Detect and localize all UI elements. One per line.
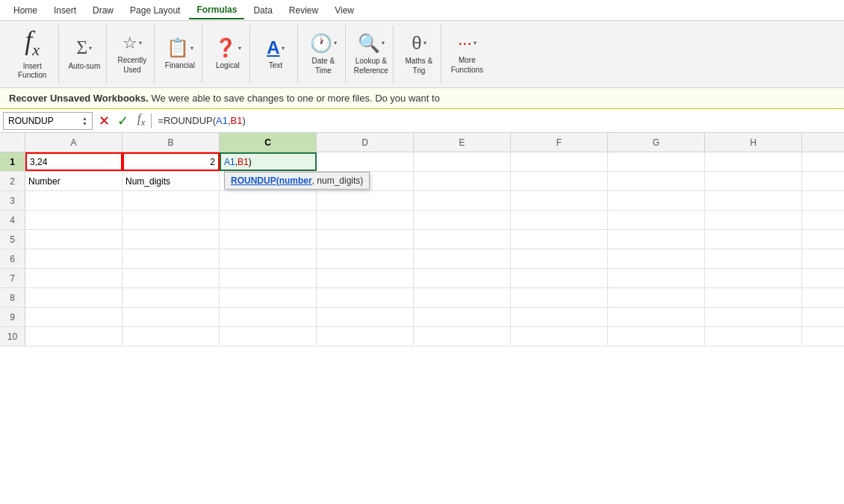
cell-g3[interactable] [608, 191, 705, 210]
cell-d10[interactable] [317, 327, 414, 346]
cell-b9[interactable] [122, 308, 220, 326]
autosum-button[interactable]: Σ ▾ Auto-sum [68, 36, 100, 71]
menu-insert[interactable]: Insert [46, 2, 84, 19]
cell-h9[interactable] [705, 308, 802, 326]
cell-e4[interactable] [414, 211, 511, 229]
cell-b1[interactable]: 2 [122, 152, 220, 171]
cell-b5[interactable] [122, 230, 220, 249]
cell-f3[interactable] [511, 191, 608, 210]
col-header-b[interactable]: B [122, 133, 220, 152]
cell-h10[interactable] [705, 327, 802, 346]
menu-data[interactable]: Data [246, 2, 279, 19]
menu-review[interactable]: Review [282, 2, 326, 19]
cell-a10[interactable] [25, 327, 122, 346]
cell-a6[interactable] [25, 249, 122, 268]
cell-a5[interactable] [25, 230, 122, 249]
cell-f7[interactable] [511, 269, 608, 287]
cell-f1[interactable] [511, 152, 608, 171]
menu-draw[interactable]: Draw [85, 2, 121, 19]
cell-e9[interactable] [414, 308, 511, 326]
cell-f2[interactable] [511, 172, 608, 190]
cell-a3[interactable] [25, 191, 122, 210]
cell-c9[interactable] [220, 308, 317, 326]
recently-used-button[interactable]: ☆ ▾ RecentlyUsed [117, 33, 146, 75]
cell-f5[interactable] [511, 230, 608, 249]
cell-e6[interactable] [414, 249, 511, 268]
cell-d9[interactable] [317, 308, 414, 326]
cell-g8[interactable] [608, 288, 705, 307]
cell-g6[interactable] [608, 249, 705, 268]
col-header-a[interactable]: A [25, 133, 122, 152]
cell-d5[interactable] [317, 230, 414, 249]
cell-h7[interactable] [705, 269, 802, 287]
cell-e8[interactable] [414, 288, 511, 307]
cell-e10[interactable] [414, 327, 511, 346]
menu-formulas[interactable]: Formulas [189, 1, 244, 19]
cell-h6[interactable] [705, 249, 802, 268]
cell-b6[interactable] [122, 249, 220, 268]
col-header-g[interactable]: G [608, 133, 705, 152]
financial-button[interactable]: 📋 ▾ Financial [163, 37, 197, 70]
cell-g2[interactable] [608, 172, 705, 190]
cell-g4[interactable] [608, 211, 705, 229]
col-header-c[interactable]: C [220, 133, 317, 152]
cell-d4[interactable] [317, 211, 414, 229]
cell-h8[interactable] [705, 288, 802, 307]
cell-c7[interactable] [220, 269, 317, 287]
cell-e5[interactable] [414, 230, 511, 249]
cell-g7[interactable] [608, 269, 705, 287]
cell-d7[interactable] [317, 269, 414, 287]
cell-c5[interactable] [220, 230, 317, 249]
maths-button[interactable]: θ ▾ Maths &Trig [406, 32, 433, 75]
text-button[interactable]: A ▾ Text [263, 37, 288, 70]
cell-a1[interactable]: 3,24 [25, 152, 122, 171]
cell-g9[interactable] [608, 308, 705, 326]
cell-f4[interactable] [511, 211, 608, 229]
cell-f8[interactable] [511, 288, 608, 307]
menu-page-layout[interactable]: Page Layout [122, 2, 187, 19]
cell-g5[interactable] [608, 230, 705, 249]
more-functions-button[interactable]: ··· ▾ MoreFunctions [451, 33, 483, 75]
cell-b7[interactable] [122, 269, 220, 287]
cell-f10[interactable] [511, 327, 608, 346]
col-header-f[interactable]: F [511, 133, 608, 152]
cell-d3[interactable] [317, 191, 414, 210]
formula-confirm-button[interactable]: ✓ [114, 113, 131, 129]
menu-home[interactable]: Home [6, 2, 45, 19]
cell-h2[interactable] [705, 172, 802, 190]
cell-h4[interactable] [705, 211, 802, 229]
cell-e7[interactable] [414, 269, 511, 287]
cell-b8[interactable] [122, 288, 220, 307]
cell-f9[interactable] [511, 308, 608, 326]
cell-e3[interactable] [414, 191, 511, 210]
cell-a2[interactable]: Number [25, 172, 122, 190]
cell-g1[interactable] [608, 152, 705, 171]
col-header-h[interactable]: H [705, 133, 802, 152]
cell-b2[interactable]: Num_digits [122, 172, 220, 190]
cell-c6[interactable] [220, 249, 317, 268]
cell-a4[interactable] [25, 211, 122, 229]
cell-e2[interactable] [414, 172, 511, 190]
cell-h5[interactable] [705, 230, 802, 249]
cell-c1[interactable]: A1,B1) ROUNDUP(number, num_digits) [220, 152, 317, 171]
cell-c4[interactable] [220, 211, 317, 229]
cell-e1[interactable] [414, 152, 511, 171]
cell-h1[interactable] [705, 152, 802, 171]
lookup-button[interactable]: 🔍 ▾ Lookup &Reference [354, 32, 388, 75]
cell-c8[interactable] [220, 288, 317, 307]
formula-input[interactable]: =ROUNDUP(A1,B1) [155, 115, 841, 126]
cell-d1[interactable] [317, 152, 414, 171]
cell-b4[interactable] [122, 211, 220, 229]
cell-d8[interactable] [317, 288, 414, 307]
cell-h3[interactable] [705, 191, 802, 210]
cell-a8[interactable] [25, 288, 122, 307]
cell-b10[interactable] [122, 327, 220, 346]
cell-f6[interactable] [511, 249, 608, 268]
cell-g10[interactable] [608, 327, 705, 346]
date-time-button[interactable]: 🕐 ▾ Date &Time [306, 32, 341, 75]
col-header-e[interactable]: E [414, 133, 511, 152]
col-header-d[interactable]: D [317, 133, 414, 152]
cell-c10[interactable] [220, 327, 317, 346]
cell-d6[interactable] [317, 249, 414, 268]
cell-c3[interactable] [220, 191, 317, 210]
